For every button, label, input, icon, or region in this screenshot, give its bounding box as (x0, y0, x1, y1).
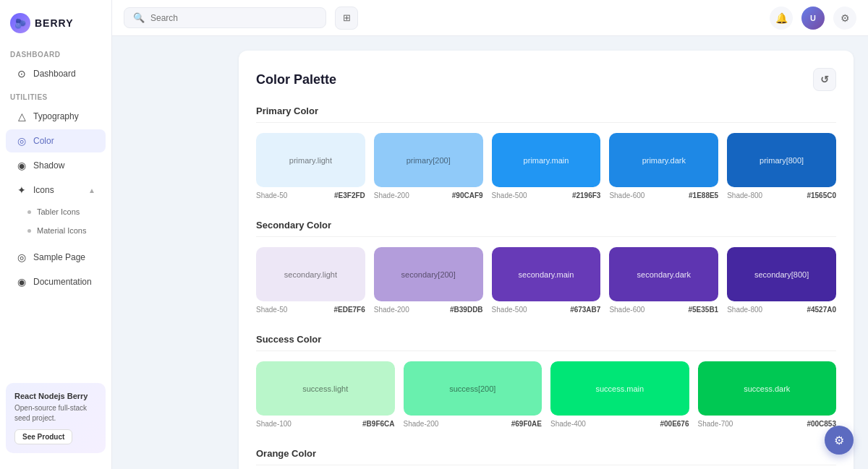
swatch-item-primary-3: primary.darkShade-600#1E88E5 (609, 133, 718, 199)
swatch-item-success-0: success.lightShade-100#B9F6CA (256, 361, 395, 428)
sidebar-logo: 🫐 BERRY (0, 9, 111, 43)
sub-dot-material (27, 229, 31, 233)
swatch-meta-secondary-2: Shade-500#673AB7 (492, 306, 601, 314)
swatch-meta-primary-4: Shade-800#1565C0 (727, 192, 836, 199)
search-box: 🔍 (124, 7, 326, 28)
swatch-shade-secondary-4: Shade-800 (727, 306, 762, 314)
swatch-hex-primary-1: #90CAF9 (452, 192, 483, 199)
search-icon: 🔍 (133, 12, 145, 23)
sidebar-item-material-icons[interactable]: Material Icons (6, 222, 106, 239)
settings-button[interactable]: ⚙ (833, 7, 856, 30)
app-name: BERRY (35, 17, 74, 29)
sidebar-item-sample-page[interactable]: ◎ Sample Page (6, 246, 106, 269)
sidebar-item-shadow[interactable]: ◉ Shadow (6, 154, 106, 177)
swatch-item-success-2: success.mainShade-400#00E676 (550, 361, 689, 428)
swatch-box-primary-4: primary[800] (727, 133, 836, 187)
swatch-shade-primary-0: Shade-50 (256, 192, 287, 199)
sidebar-item-dashboard[interactable]: ⊙ Dashboard (6, 62, 106, 85)
swatch-meta-secondary-0: Shade-50#EDE7F6 (256, 306, 365, 314)
avatar[interactable]: U (801, 7, 825, 30)
swatches-row-success: success.lightShade-100#B9F6CAsuccess[200… (256, 361, 836, 428)
see-product-button[interactable]: See Product (14, 429, 72, 444)
sidebar: 🫐 BERRY Dashboard ⊙ Dashboard Utilities … (0, 0, 112, 469)
swatch-item-primary-0: primary.lightShade-50#E3F2FD (256, 133, 365, 199)
color-section-primary: Primary Colorprimary.lightShade-50#E3F2F… (256, 106, 836, 199)
swatch-hex-primary-3: #1E88E5 (689, 192, 718, 199)
swatch-meta-primary-1: Shade-200#90CAF9 (374, 192, 483, 199)
sidebar-item-documentation[interactable]: ◉ Documentation (6, 270, 106, 293)
dashboard-section-label: Dashboard (0, 43, 111, 61)
sidebar-item-shadow-label: Shadow (33, 160, 64, 171)
swatch-shade-secondary-1: Shade-200 (374, 306, 409, 314)
header: 🔍 ⊞ 🔔 U ⚙ (112, 0, 868, 36)
section-title-orange: Orange Color (256, 448, 836, 465)
sidebar-item-dashboard-label: Dashboard (33, 69, 76, 79)
swatch-box-secondary-4: secondary[800] (727, 247, 836, 301)
swatch-hex-secondary-4: #4527A0 (807, 306, 836, 314)
sidebar-item-color[interactable]: ◎ Color (6, 129, 106, 152)
swatch-meta-primary-2: Shade-500#2196F3 (492, 192, 601, 199)
icons-icon: ✦ (16, 184, 27, 196)
swatch-item-secondary-2: secondary.mainShade-500#673AB7 (492, 247, 601, 314)
promo-title: React Nodejs Berry (14, 392, 97, 400)
swatch-meta-primary-0: Shade-50#E3F2FD (256, 192, 365, 199)
section-title-secondary: Secondary Color (256, 220, 836, 237)
page-title-text: Color Palette (256, 72, 336, 87)
filter-button[interactable]: ⊞ (335, 7, 358, 30)
swatch-shade-primary-1: Shade-200 (374, 192, 409, 199)
sub-dot-tabler (27, 210, 31, 214)
typography-icon: △ (16, 111, 27, 122)
swatch-hex-secondary-0: #EDE7F6 (333, 306, 365, 314)
gear-icon: ⚙ (841, 12, 850, 24)
sidebar-item-icons-label: Icons (33, 185, 54, 195)
swatch-hex-success-2: #00E676 (660, 420, 689, 428)
fab-button[interactable]: ⚙ (825, 426, 854, 455)
swatch-box-primary-1: primary[200] (374, 133, 483, 187)
swatch-hex-primary-4: #1565C0 (807, 192, 836, 199)
refresh-button[interactable]: ↺ (813, 68, 836, 91)
swatch-hex-secondary-3: #5E35B1 (688, 306, 718, 314)
fab-icon: ⚙ (834, 434, 844, 447)
swatch-item-success-1: success[200]Shade-200#69F0AE (404, 361, 542, 428)
swatch-meta-primary-3: Shade-600#1E88E5 (609, 192, 718, 199)
color-sections: Primary Colorprimary.lightShade-50#E3F2F… (256, 106, 836, 465)
sidebar-item-icons[interactable]: ✦ Icons ▲ (6, 178, 106, 202)
swatch-meta-secondary-3: Shade-600#5E35B1 (609, 306, 718, 314)
swatch-box-primary-3: primary.dark (609, 133, 718, 187)
shadow-icon: ◉ (16, 160, 27, 171)
swatch-box-secondary-2: secondary.main (492, 247, 601, 301)
swatch-meta-secondary-4: Shade-800#4527A0 (727, 306, 836, 314)
swatch-shade-primary-4: Shade-800 (727, 192, 762, 199)
section-title-success: Success Color (256, 334, 836, 351)
sidebar-promo: React Nodejs Berry Open-source full-stac… (6, 383, 106, 453)
swatch-box-success-2: success.main (550, 361, 689, 416)
color-section-secondary: Secondary Colorsecondary.lightShade-50#E… (256, 220, 836, 314)
swatch-meta-success-1: Shade-200#69F0AE (404, 420, 542, 428)
swatch-item-secondary-1: secondary[200]Shade-200#B39DDB (374, 247, 483, 314)
sample-page-icon: ◎ (16, 251, 27, 263)
main-content: Color Palette ↺ Primary Colorprimary.lig… (224, 36, 868, 469)
swatch-meta-secondary-1: Shade-200#B39DDB (374, 306, 483, 314)
swatches-row-primary: primary.lightShade-50#E3F2FDprimary[200]… (256, 133, 836, 199)
sidebar-item-typography-label: Typography (33, 111, 79, 121)
swatch-meta-success-0: Shade-100#B9F6CA (256, 420, 395, 428)
sidebar-item-tabler-icons[interactable]: Tabler Icons (6, 203, 106, 220)
swatch-item-secondary-0: secondary.lightShade-50#EDE7F6 (256, 247, 365, 314)
swatch-box-primary-0: primary.light (256, 133, 365, 187)
swatch-box-success-0: success.light (256, 361, 395, 416)
swatch-item-primary-2: primary.mainShade-500#2196F3 (492, 133, 601, 199)
swatch-meta-success-2: Shade-400#00E676 (550, 420, 689, 428)
swatch-hex-success-0: #B9F6CA (362, 420, 394, 428)
sidebar-item-documentation-label: Documentation (33, 277, 92, 287)
filter-icon: ⊞ (343, 12, 351, 23)
swatch-hex-primary-2: #2196F3 (572, 192, 600, 199)
color-section-success: Success Colorsuccess.lightShade-100#B9F6… (256, 334, 836, 428)
swatch-hex-secondary-2: #673AB7 (570, 306, 600, 314)
color-icon: ◎ (16, 135, 27, 147)
notification-button[interactable]: 🔔 (770, 7, 793, 30)
swatch-shade-success-0: Shade-100 (256, 420, 292, 428)
search-input[interactable] (150, 13, 317, 23)
swatch-shade-success-1: Shade-200 (404, 420, 439, 428)
swatch-item-success-3: success.darkShade-700#00C853 (698, 361, 837, 428)
sidebar-item-typography[interactable]: △ Typography (6, 105, 106, 128)
